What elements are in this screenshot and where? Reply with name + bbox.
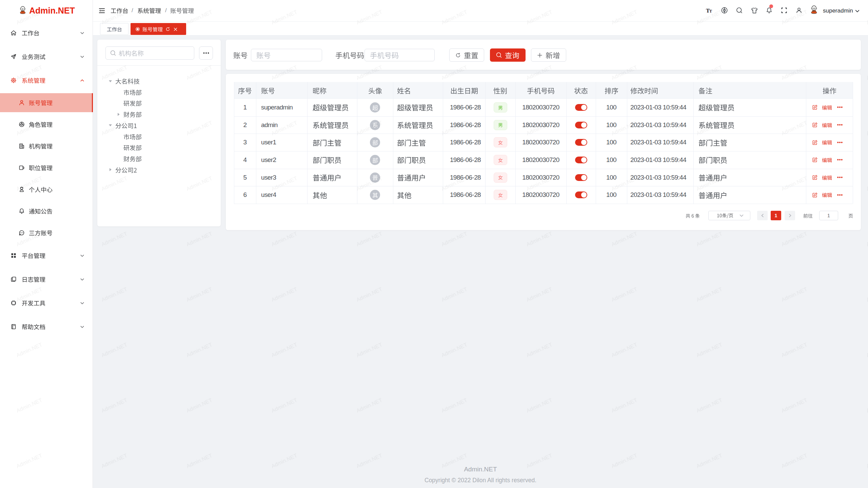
svg-text:T: T <box>709 9 712 14</box>
